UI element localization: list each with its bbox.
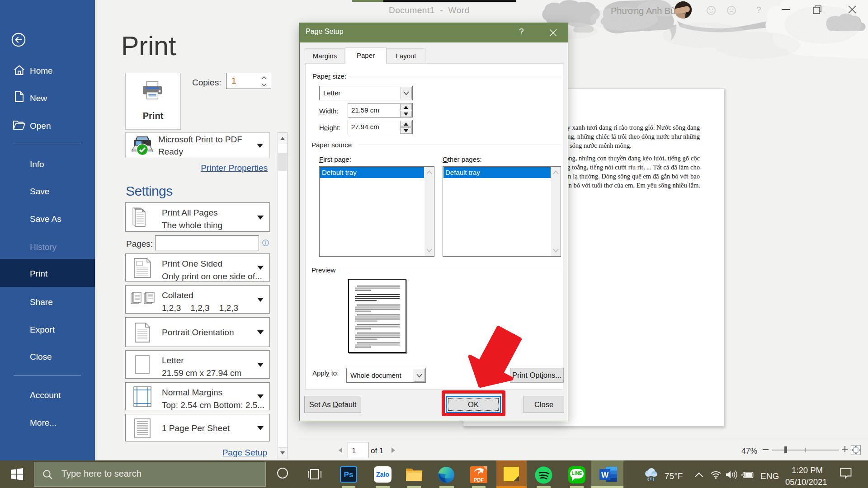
svg-text:W: W xyxy=(601,471,609,479)
